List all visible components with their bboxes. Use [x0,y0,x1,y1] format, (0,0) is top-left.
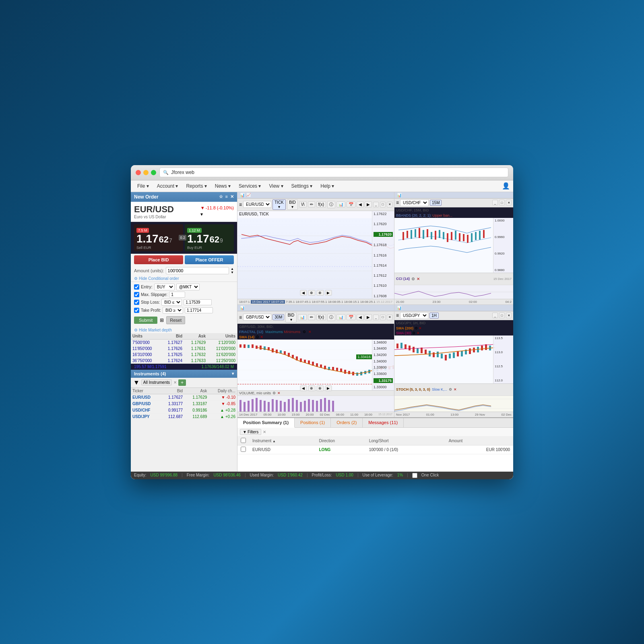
select-all-checkbox[interactable] [241,438,246,443]
chart3-min-btn[interactable]: _ [373,315,379,320]
fractal-gear[interactable]: ⚙ [303,330,306,334]
chart1-zoom-in2[interactable]: ▶ [325,290,332,296]
filter-close-icon[interactable]: ✕ [173,380,177,385]
url-bar[interactable]: 🔍 Jforex web [159,168,508,177]
chart3-zoom-in1[interactable]: ⊕ [316,385,324,391]
chart3-bar2-btn[interactable]: 📊 [336,314,345,320]
chart3-pair-select[interactable]: GBP/USD [243,314,271,321]
instrument-row[interactable]: USD/CHF 0.99177 0.99186 ▲ +0.28 [131,407,237,413]
chart2-close-btn[interactable]: ✕ [506,200,512,205]
pos-col-longshort[interactable]: Long/Short [366,437,446,445]
sma200-close[interactable]: ✕ [419,326,422,330]
sl-checkbox[interactable] [134,300,139,305]
position-row[interactable]: EUR/USD LONG 100'000 / 0 (1/0) EUR 100'0… [237,445,513,454]
chart1-zoom-in1[interactable]: ⊕ [316,290,324,296]
chart3-draw-btn[interactable]: ✏ [308,314,315,320]
menu-services[interactable]: Services ▾ [235,182,264,190]
reset-button[interactable]: Reset [166,316,185,324]
instrument-row[interactable]: EUR/USD 1.17627 1.17629 ▼ -0.10 [131,394,237,400]
menu-account[interactable]: Account ▾ [154,182,182,190]
menu-view[interactable]: View ▾ [266,182,286,190]
hide-conditional-link[interactable]: ⚙ Hide Conditional order [131,275,237,282]
tab-position-summary[interactable]: Position Summary (1) [237,418,295,428]
maximize-button[interactable] [151,170,156,175]
chart3-fx-btn[interactable]: f(x) [316,314,326,320]
pos-col-amount[interactable]: Amount [446,437,513,445]
add-instrument-button[interactable]: + [178,379,186,386]
slippage-checkbox[interactable] [134,292,139,297]
chart2-pair-select[interactable]: USD/CHF [400,199,429,206]
chart3-zoom-in2[interactable]: ▶ [325,385,332,391]
menu-file[interactable]: File ▾ [134,182,152,190]
chart3-info-btn[interactable]: ⓘ [327,314,335,321]
depth-row[interactable]: 16'310'000 1.17625 1.17632 11'620'000 [131,352,237,358]
chart4-max-btn[interactable]: □ [499,313,505,318]
chart1-zoom-out[interactable]: ◀ [300,290,307,296]
chart3-close-btn[interactable]: ✕ [387,315,392,320]
stoch-close[interactable]: ✕ [454,387,457,391]
instrument-row[interactable]: GBP/USD 1.33177 1.33187 ▼ -0.85 [131,400,237,407]
tp-value-input[interactable] [185,307,213,313]
place-bid-button[interactable]: Place BID [134,255,183,264]
chart2-menu-icon[interactable]: ≡ [396,200,399,205]
close-button[interactable] [136,170,141,175]
pos-checkbox[interactable] [241,447,246,452]
chart3-max-btn[interactable]: □ [380,315,386,320]
pos-col-direction[interactable]: Direction [316,437,366,445]
sma30-close[interactable]: ✕ [417,331,420,335]
chart3-menu-icon[interactable]: ≡ [239,315,242,320]
depth-row[interactable]: 7'500'000 1.17627 1.17629 1'120'000 [131,339,237,346]
amount-input[interactable] [166,267,229,274]
entry-at-select[interactable]: @MKT [176,284,200,290]
depth-row[interactable]: 11'850'000 1.17626 1.17631 11'020'000 [131,346,237,352]
amount-spinner-up[interactable]: ▲▼ [231,267,234,274]
menu-help[interactable]: Help ▾ [317,182,337,190]
chart1-close-btn[interactable]: ✕ [387,202,392,207]
positions-filter-close[interactable]: ✕ [263,430,266,434]
chart1-pair-select[interactable]: EUR/USD [243,201,271,208]
minimize-button[interactable] [143,170,149,175]
menu-settings[interactable]: Settings ▾ [288,182,316,190]
sma-close[interactable]: ✕ [260,335,263,339]
chart4-pair-select[interactable]: USD/JPY [400,312,428,319]
star-icon[interactable]: ☆ [219,194,223,199]
entry-type-select[interactable]: BUYSELL [154,284,175,290]
chart3-bid-btn[interactable]: BID ▾ [285,312,296,323]
chart1-zoom-fit[interactable]: ⊕ [308,290,315,296]
instrument-row[interactable]: USD/JPY 112.687 112.689 ▲ +0.26 [131,413,237,420]
cci-close-icon[interactable]: ✕ [417,277,420,281]
chart1-next-btn[interactable]: ▶ [365,201,372,207]
chart2-min-btn[interactable]: _ [492,200,498,205]
fractal-close[interactable]: ✕ [308,330,312,334]
sl-type-select[interactable]: BID ≤ [161,299,182,306]
chart1-fx-btn[interactable]: f(x) [316,201,326,207]
chart2-max-btn[interactable]: □ [499,200,505,205]
volume-close[interactable]: ✕ [277,391,281,395]
entry-checkbox[interactable] [134,284,139,290]
list-icon[interactable]: ≡ [225,194,228,199]
submit-button[interactable]: Submit [134,317,157,324]
sma-gear[interactable]: ⚙ [256,335,259,339]
stoch-gear[interactable]: ⚙ [449,387,452,391]
chart2-timeframe-btn[interactable]: 15M [430,200,442,206]
chart1-bid-btn[interactable]: BID ▾ [287,199,298,210]
chart1-cal-btn[interactable]: 📅 [347,201,355,207]
filter-button[interactable]: All Instruments [141,379,172,385]
sma30-gear[interactable]: ⚙ [412,331,415,335]
chart3-timeframe-btn[interactable]: 30M [272,314,284,320]
chart4-close-btn[interactable]: ✕ [506,313,512,318]
chart3-next-btn[interactable]: ▶ [365,314,372,320]
tp-type-select[interactable]: BID ≥ [163,307,183,314]
instruments-expand[interactable]: ▾ [232,371,234,376]
chart3-prev-btn[interactable]: ◀ [357,314,364,320]
place-offer-button[interactable]: Place OFFER [185,255,234,264]
cci-settings-icon[interactable]: ⚙ [411,277,415,281]
chart1-draw-btn[interactable]: ✏ [308,201,315,207]
positions-filter-btn[interactable]: ▼ Filters [240,429,261,435]
tab-messages[interactable]: Messages (11) [363,418,404,427]
menu-reports[interactable]: Reports ▾ [183,182,210,190]
pair-name[interactable]: EUR/USD [134,204,174,215]
chart4-min-btn[interactable]: _ [492,313,498,318]
sma200-gear[interactable]: ⚙ [415,326,418,330]
chart1-bar-btn[interactable]: 📊 [336,201,345,207]
